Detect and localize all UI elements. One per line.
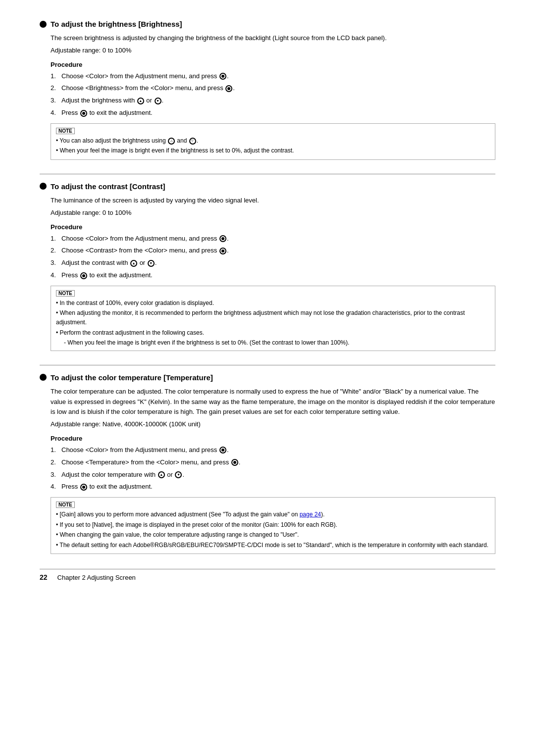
brightness-body: The screen brightness is adjusted by cha… xyxy=(40,33,495,160)
temperature-note: NOTE • [Gain] allows you to perform more… xyxy=(51,497,495,554)
contrast-note-sub: - When you feel the image is bright even… xyxy=(56,338,490,348)
brightness-range: Adjustable range: 0 to 100% xyxy=(51,46,495,56)
down-btn-icon xyxy=(148,260,155,267)
bullet-icon xyxy=(40,374,47,381)
temperature-step-4: 4. Press to exit the adjustment. xyxy=(51,482,495,492)
contrast-range: Adjustable range: 0 to 100% xyxy=(51,208,495,218)
contrast-step-4: 4. Press to exit the adjustment. xyxy=(51,270,495,281)
enter-btn-icon xyxy=(219,235,226,242)
small-down-icon xyxy=(189,138,196,145)
up-btn-icon xyxy=(158,471,165,478)
contrast-note: NOTE • In the contrast of 100%, every co… xyxy=(51,286,495,351)
brightness-step-4: 4. Press to exit the adjustment. xyxy=(51,108,495,118)
temperature-note-4: • The default setting for each Adobe®RGB… xyxy=(56,541,490,550)
contrast-procedure-title: Procedure xyxy=(51,223,495,231)
page-number: 22 xyxy=(40,573,48,581)
temperature-step-1: 1. Choose <Color> from the Adjustment me… xyxy=(51,445,495,455)
contrast-note-1: • In the contrast of 100%, every color g… xyxy=(56,299,490,308)
temperature-step-2: 2. Choose <Temperature> from the <Color>… xyxy=(51,457,495,468)
temperature-body: The color temperature can be adjusted. T… xyxy=(40,387,495,554)
footer: 22 Chapter 2 Adjusting Screen xyxy=(40,569,495,581)
brightness-title: To adjust the brightness [Brightness] xyxy=(40,20,495,28)
divider-2 xyxy=(40,365,495,365)
temperature-procedure-title: Procedure xyxy=(51,435,495,442)
temperature-desc: The color temperature can be adjusted. T… xyxy=(51,387,495,417)
down-btn-icon xyxy=(155,98,161,104)
brightness-note-1: • You can also adjust the brightness usi… xyxy=(56,136,490,146)
temperature-note-1: • [Gain] allows you to perform more adva… xyxy=(56,510,490,519)
contrast-desc: The luminance of the screen is adjusted … xyxy=(51,196,495,206)
brightness-step-1: 1. Choose <Color> from the Adjustment me… xyxy=(51,71,495,82)
contrast-steps: 1. Choose <Color> from the Adjustment me… xyxy=(51,234,495,281)
brightness-note-title: NOTE xyxy=(56,128,75,134)
contrast-step-2: 2. Choose <Contrast> from the <Color> me… xyxy=(51,246,495,256)
temperature-section: To adjust the color temperature [Tempera… xyxy=(40,373,495,554)
temperature-steps: 1. Choose <Color> from the Adjustment me… xyxy=(51,445,495,492)
brightness-steps: 1. Choose <Color> from the Adjustment me… xyxy=(51,71,495,118)
small-up-icon xyxy=(168,138,175,145)
up-btn-icon xyxy=(137,98,144,104)
brightness-note: NOTE • You can also adjust the brightnes… xyxy=(51,123,495,160)
contrast-note-title: NOTE xyxy=(56,290,75,297)
brightness-note-2: • When your feel the image is bright eve… xyxy=(56,146,490,155)
gain-link[interactable]: page 24 xyxy=(300,511,321,518)
enter-btn-icon xyxy=(219,248,226,254)
temperature-title: To adjust the color temperature [Tempera… xyxy=(40,373,495,382)
enter-btn-icon xyxy=(80,110,87,117)
temperature-step-3: 3. Adjust the color temperature with or … xyxy=(51,470,495,480)
up-btn-icon xyxy=(130,260,137,267)
brightness-procedure-title: Procedure xyxy=(51,61,495,68)
temperature-note-3: • When changing the gain value, the colo… xyxy=(56,530,490,540)
brightness-section: To adjust the brightness [Brightness] Th… xyxy=(40,20,495,160)
enter-btn-icon xyxy=(225,85,232,92)
temperature-range: Adjustable range: Native, 4000K-10000K (… xyxy=(51,419,495,430)
down-btn-icon xyxy=(175,471,182,478)
enter-btn-icon xyxy=(80,484,87,491)
divider-1 xyxy=(40,174,495,174)
temperature-note-title: NOTE xyxy=(56,502,75,508)
contrast-note-3: • Perform the contrast adjustment in the… xyxy=(56,328,490,338)
brightness-step-3: 3. Adjust the brightness with or . xyxy=(51,96,495,106)
contrast-step-1: 1. Choose <Color> from the Adjustment me… xyxy=(51,234,495,244)
brightness-step-2: 2. Choose <Brightness> from the <Color> … xyxy=(51,83,495,94)
enter-btn-icon xyxy=(219,73,226,80)
enter-btn-icon xyxy=(231,459,238,466)
temperature-note-2: • If you set to [Native], the image is d… xyxy=(56,520,490,530)
contrast-step-3: 3. Adjust the contrast with or . xyxy=(51,258,495,268)
contrast-section: To adjust the contrast [Contrast] The lu… xyxy=(40,182,495,351)
bullet-icon xyxy=(40,183,47,190)
contrast-body: The luminance of the screen is adjusted … xyxy=(40,196,495,351)
enter-btn-icon xyxy=(80,272,87,279)
bullet-icon xyxy=(40,21,47,28)
enter-btn-icon xyxy=(219,447,226,454)
brightness-desc: The screen brightness is adjusted by cha… xyxy=(51,33,495,44)
contrast-title: To adjust the contrast [Contrast] xyxy=(40,182,495,191)
chapter-label: Chapter 2 Adjusting Screen xyxy=(57,574,136,581)
contrast-note-2: • When adjusting the monitor, it is reco… xyxy=(56,308,490,327)
